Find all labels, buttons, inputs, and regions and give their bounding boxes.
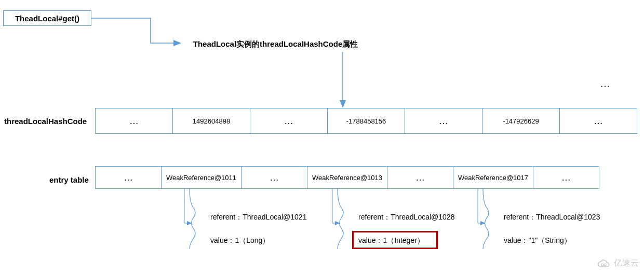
hash-cell-1: 1492604898 <box>172 108 250 134</box>
hash-cell-0: … <box>95 108 173 134</box>
svg-point-1 <box>604 264 606 266</box>
hash-cell-4: … <box>405 108 482 134</box>
hash-cell-6: … <box>559 108 637 134</box>
entry-row-label: entry table <box>49 175 89 184</box>
entry-cell-1: WeakReference@1011 <box>161 166 242 189</box>
ellipsis-floating: … <box>600 78 610 90</box>
detail-2-value: value："1"（String） <box>504 236 571 245</box>
cloud-icon <box>597 259 611 268</box>
entry-cell-5: WeakReference@1017 <box>453 166 533 189</box>
svg-point-0 <box>601 264 603 266</box>
entry-cell-6: … <box>533 166 599 189</box>
hash-cell-2: … <box>250 108 328 134</box>
hash-cell-5: -147926629 <box>482 108 560 134</box>
threadlocal-get-box: TheadLocal#get() <box>3 10 91 26</box>
threadlocal-get-text: TheadLocal#get() <box>15 14 79 23</box>
hash-cell-3: -1788458156 <box>327 108 405 134</box>
entry-cell-2: … <box>241 166 307 189</box>
watermark: 亿速云 <box>597 258 639 269</box>
entry-cell-4: … <box>387 166 453 189</box>
entry-cell-3: WeakReference@1013 <box>307 166 387 189</box>
highlight-box <box>352 231 438 249</box>
detail-0-referent: referent：ThreadLocal@1021 <box>210 213 306 222</box>
hash-row-label: threadLocalHashCode <box>4 117 87 126</box>
hash-property-box: TheadLocal实例的threadLocalHashCode属性 <box>181 36 370 52</box>
detail-2-referent: referent：ThreadLocal@1023 <box>504 213 600 222</box>
diagram-canvas: TheadLocal#get() TheadLocal实例的threadLoca… <box>0 0 644 274</box>
detail-1-referent: referent：ThreadLocal@1028 <box>358 213 454 222</box>
hash-property-text: TheadLocal实例的threadLocalHashCode属性 <box>193 39 358 49</box>
watermark-text: 亿速云 <box>614 258 639 269</box>
entry-cell-0: … <box>95 166 162 189</box>
detail-0-value: value：1（Long） <box>210 236 270 245</box>
